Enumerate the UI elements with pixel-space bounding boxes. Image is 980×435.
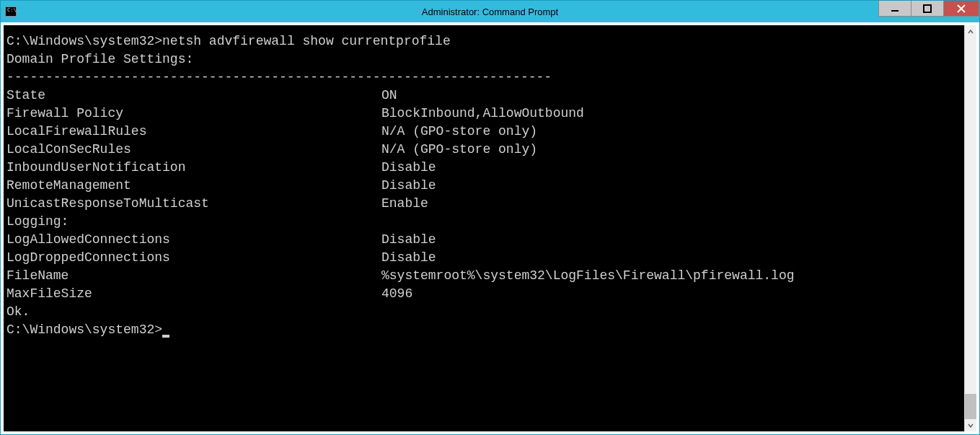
vertical-scrollbar[interactable] — [964, 25, 976, 431]
setting-key: InboundUserNotification — [6, 159, 381, 177]
command-text: netsh advfirewall show currentprofile — [162, 34, 451, 48]
maximize-button[interactable] — [911, 1, 944, 17]
maximize-icon — [923, 4, 932, 13]
logging-key: FileName — [6, 267, 381, 285]
logging-row: FileName%systemroot%\system32\LogFiles\F… — [6, 267, 964, 285]
logging-value: Disable — [381, 249, 436, 267]
setting-row: UnicastResponseToMulticastEnable — [6, 195, 964, 213]
minimize-button[interactable] — [878, 1, 911, 17]
command-prompt-window: C:\. Administrator: Command Prompt C:\Wi… — [0, 0, 980, 435]
logging-row: MaxFileSize4096 — [6, 285, 964, 303]
terminal-container: C:\Windows\system32>netsh advfirewall sh… — [1, 22, 979, 434]
setting-row: LocalFirewallRulesN/A (GPO-store only) — [6, 123, 964, 141]
setting-value: Enable — [381, 195, 428, 213]
ok-line: Ok. — [6, 303, 964, 321]
setting-key: Firewall Policy — [6, 105, 381, 123]
scrollbar-thumb[interactable] — [965, 394, 976, 419]
cursor — [162, 335, 169, 338]
setting-key: LocalFirewallRules — [6, 123, 381, 141]
close-icon — [957, 4, 966, 13]
setting-row: StateON — [6, 87, 964, 105]
logging-row: LogAllowedConnectionsDisable — [6, 231, 964, 249]
window-title: Administrator: Command Prompt — [422, 6, 558, 17]
setting-row: InboundUserNotificationDisable — [6, 159, 964, 177]
window-controls — [879, 1, 979, 18]
cmd-icon: C:\. — [5, 6, 17, 17]
svg-rect-0 — [891, 10, 899, 12]
setting-value: ON — [381, 87, 397, 105]
setting-key: RemoteManagement — [6, 177, 381, 195]
setting-row: LocalConSecRulesN/A (GPO-store only) — [6, 141, 964, 159]
setting-key: State — [6, 87, 381, 105]
setting-row: Firewall PolicyBlockInbound,AllowOutboun… — [6, 105, 964, 123]
setting-value: N/A (GPO-store only) — [381, 141, 537, 159]
chevron-up-icon — [967, 28, 974, 35]
setting-key: LocalConSecRules — [6, 141, 381, 159]
scrollbar-track[interactable] — [965, 38, 976, 419]
chevron-down-icon — [967, 422, 974, 429]
setting-value: Disable — [381, 177, 436, 195]
setting-row: RemoteManagementDisable — [6, 177, 964, 195]
setting-key: UnicastResponseToMulticast — [6, 195, 381, 213]
prompt-path: C:\Windows\system32> — [6, 34, 162, 48]
setting-value: Disable — [381, 159, 436, 177]
prompt-path: C:\Windows\system32> — [6, 322, 162, 337]
section-header: Domain Profile Settings: — [6, 50, 964, 69]
close-button[interactable] — [943, 1, 979, 17]
logging-key: LogAllowedConnections — [6, 231, 381, 249]
titlebar[interactable]: C:\. Administrator: Command Prompt — [1, 1, 979, 22]
logging-row: LogDroppedConnectionsDisable — [6, 249, 964, 267]
logging-key: MaxFileSize — [6, 285, 381, 303]
logging-value: 4096 — [381, 285, 412, 303]
terminal-output[interactable]: C:\Windows\system32>netsh advfirewall sh… — [4, 25, 964, 431]
logging-key: LogDroppedConnections — [6, 249, 381, 267]
logging-value: Disable — [381, 231, 436, 249]
minimize-icon — [891, 4, 899, 13]
logging-header: Logging: — [6, 213, 964, 231]
logging-value: %systemroot%\system32\LogFiles\Firewall\… — [381, 267, 795, 285]
setting-value: BlockInbound,AllowOutbound — [381, 105, 584, 123]
svg-rect-1 — [924, 5, 931, 12]
scrollbar-up-button[interactable] — [965, 25, 976, 38]
divider-line: ----------------------------------------… — [6, 69, 964, 87]
setting-value: N/A (GPO-store only) — [381, 123, 537, 141]
scrollbar-down-button[interactable] — [965, 419, 976, 431]
